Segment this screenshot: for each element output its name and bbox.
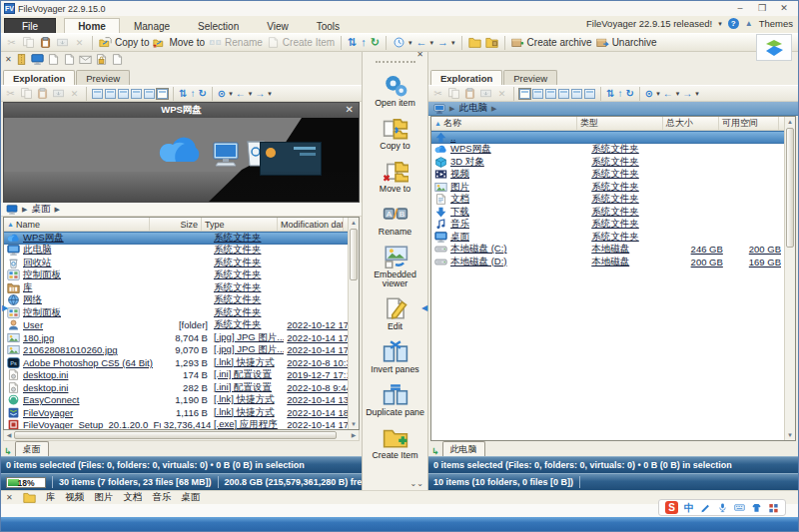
collapse-ribbon-icon[interactable]: ▲ xyxy=(745,19,753,28)
create-archive-button[interactable]: Create archive xyxy=(511,36,592,49)
preview-image[interactable] xyxy=(4,118,359,202)
back-icon[interactable]: ← xyxy=(236,87,246,100)
right-breadcrumb[interactable]: ▶ 此电脑 ▶ xyxy=(428,102,798,116)
table-row[interactable]: WPS网盘系统文件夹 xyxy=(431,144,784,157)
skin-icon[interactable] xyxy=(751,502,762,513)
scroll-down-icon[interactable]: ▼ xyxy=(785,430,795,440)
tab-preview[interactable]: Preview xyxy=(503,70,557,85)
dropdown-arrow-icon[interactable]: ▾ xyxy=(676,90,680,98)
flow-view-icon[interactable] xyxy=(157,89,168,99)
list-view-icon[interactable] xyxy=(558,89,569,99)
action-invert-panes[interactable]: Invert panes xyxy=(364,338,427,374)
paste-icon[interactable] xyxy=(36,87,49,100)
flow-view-icon[interactable] xyxy=(584,89,595,99)
breadcrumb-arrow-icon[interactable]: ▶ xyxy=(22,206,27,214)
table-row[interactable]: 180.jpg8,704 B[.jpg] JPG 图片...2022-10-14… xyxy=(4,331,348,344)
swap-panes-icon[interactable]: ⇅ xyxy=(606,87,614,100)
small-icons-view-icon[interactable] xyxy=(118,89,129,99)
maximize-button[interactable]: ❒ xyxy=(751,2,773,15)
dropdown-arrow-icon[interactable]: ▾ xyxy=(695,90,699,98)
ribbon-tab-home[interactable]: Home xyxy=(64,18,120,33)
close-button[interactable]: ✕ xyxy=(773,2,795,15)
table-row[interactable]: 回收站系统文件夹 xyxy=(4,257,348,269)
left-breadcrumb[interactable]: ▶ 桌面 ▶ xyxy=(1,203,362,217)
table-row[interactable]: 音乐系统文件夹 xyxy=(431,219,784,232)
swap-panes-icon[interactable]: ⇅ xyxy=(348,36,357,49)
dropdown-arrow-icon[interactable]: ▾ xyxy=(408,39,412,47)
table-row[interactable]: .. xyxy=(431,131,784,144)
cut-icon[interactable]: ✂ xyxy=(4,87,17,100)
table-row[interactable]: 网络系统文件夹 xyxy=(4,294,348,307)
dropdown-arrow-icon[interactable]: ▾ xyxy=(656,90,660,98)
delete-icon[interactable]: ✕ xyxy=(68,87,81,100)
ribbon-tab-tools[interactable]: Tools xyxy=(303,18,354,33)
column-header-0[interactable]: ▲名称 xyxy=(431,117,577,130)
table-row[interactable]: EasyConnect1,190 B[.lnk] 快捷方式2022-10-14 … xyxy=(4,394,348,407)
delete-icon[interactable]: ✕ xyxy=(495,87,508,100)
dropdown-arrow-icon[interactable]: ▾ xyxy=(229,90,233,98)
table-row[interactable]: 本地磁盘 (C:)本地磁盘246 GB200 GB xyxy=(431,244,784,257)
table-row[interactable]: User[folder]系统文件夹2022-10-12 17:1... xyxy=(4,319,348,332)
column-header-1[interactable]: 类型 xyxy=(577,117,663,130)
tab-exploration[interactable]: Exploration xyxy=(3,70,75,85)
ribbon-tab-selection[interactable]: Selection xyxy=(184,18,253,33)
list-view-icon[interactable] xyxy=(131,89,142,99)
table-row[interactable]: 210628081010260.jpg9,070 B[.jpg] JPG 图片.… xyxy=(4,344,348,357)
mic-icon[interactable] xyxy=(717,502,728,513)
table-row[interactable]: 下载系统文件夹 xyxy=(431,206,784,219)
grid-icon[interactable] xyxy=(768,502,779,513)
refresh-icon[interactable]: ↻ xyxy=(625,87,633,100)
right-vertical-scrollbar[interactable]: ▲ ▼ xyxy=(784,117,795,440)
scroll-down-icon[interactable]: ▼ xyxy=(349,419,359,429)
favorite-link-音乐[interactable]: 音乐 xyxy=(152,491,171,504)
history-icon[interactable]: ▾ xyxy=(393,36,412,49)
more-actions-chevron-icon[interactable]: ⌄⌄ xyxy=(410,479,423,488)
column-header-3[interactable]: Modification date xyxy=(278,218,344,231)
taskbar[interactable] xyxy=(1,517,798,531)
go-up-icon[interactable]: ↑ xyxy=(617,87,622,100)
close-favbar-icon[interactable]: ✕ xyxy=(6,493,13,502)
go-up-icon[interactable]: ↑ xyxy=(190,87,195,100)
breadcrumb-arrow-icon[interactable]: ▶ xyxy=(449,105,454,113)
help-icon[interactable]: ? xyxy=(728,18,739,29)
locked-folder-icon[interactable] xyxy=(485,36,498,49)
table-row[interactable]: 控制面板系统文件夹 xyxy=(4,269,348,282)
copy-to-button[interactable]: Copy to xyxy=(99,36,149,49)
details-view-icon[interactable] xyxy=(92,89,103,99)
tiles-view-icon[interactable] xyxy=(144,89,155,99)
minimize-button[interactable]: – xyxy=(729,2,751,15)
sogou-logo-icon[interactable]: S xyxy=(665,501,678,514)
column-header-2[interactable]: Type xyxy=(202,218,278,231)
table-row[interactable]: 桌面系统文件夹 xyxy=(431,231,784,244)
action-duplicate-pane[interactable]: Duplicate pane xyxy=(364,381,427,417)
breadcrumb-arrow-icon[interactable]: ▶ xyxy=(54,206,59,214)
scroll-thumb[interactable] xyxy=(14,431,337,439)
forward-icon[interactable]: →▾ xyxy=(437,36,455,49)
favorite-link-库[interactable]: 库 xyxy=(46,491,56,504)
scroll-thumb[interactable] xyxy=(786,128,794,248)
history-icon[interactable]: ⊙ xyxy=(218,87,226,100)
location-tab[interactable]: 此电脑 xyxy=(442,441,485,456)
ribbon-tab-manage[interactable]: Manage xyxy=(120,18,184,33)
forward-icon[interactable]: → xyxy=(682,87,692,100)
favorites-folder-icon[interactable] xyxy=(468,36,481,49)
table-row[interactable]: 控制面板系统文件夹 xyxy=(4,306,348,319)
table-row[interactable]: 视频系统文件夹 xyxy=(431,169,784,182)
unarchive-button[interactable]: Unarchive xyxy=(596,36,657,49)
table-row[interactable]: 文档系统文件夹 xyxy=(431,194,784,207)
back-icon[interactable]: ←▾ xyxy=(416,36,434,49)
large-icons-view-icon[interactable] xyxy=(532,89,543,99)
refresh-icon[interactable]: ↻ xyxy=(371,36,380,49)
left-horizontal-scrollbar[interactable]: ◀ ▶ xyxy=(3,430,360,441)
favorite-link-文档[interactable]: 文档 xyxy=(123,491,142,504)
table-row[interactable]: FileVoyager_Setup_20.1.20.0_Full.exe32,7… xyxy=(4,419,348,430)
action-open-item[interactable]: Open item xyxy=(364,72,427,108)
themes-button[interactable]: Themes xyxy=(759,18,793,29)
scroll-up-icon[interactable]: ▲ xyxy=(785,117,795,127)
collapse-left-splitter-icon[interactable]: ▶ xyxy=(2,300,9,316)
favorite-link-视频[interactable]: 视频 xyxy=(65,491,84,504)
table-row[interactable]: 3D 对象系统文件夹 xyxy=(431,156,784,169)
dropdown-arrow-icon[interactable]: ▾ xyxy=(249,90,253,98)
favorite-link-图片[interactable]: 图片 xyxy=(94,491,113,504)
announcement-link[interactable]: FileVoyager 22.9.15 released! xyxy=(586,18,712,29)
